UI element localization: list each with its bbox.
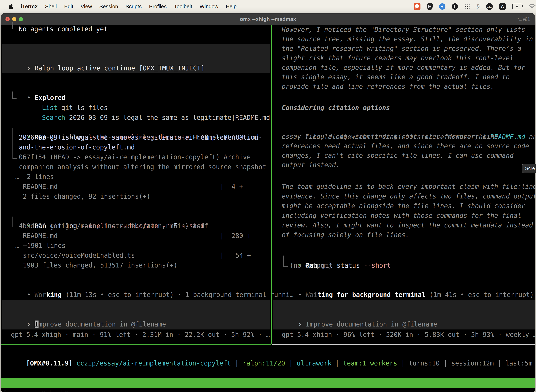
apple-menu-icon[interactable] [9, 4, 13, 9]
git-show-arg-cont2: and-the-erosion-of-copyleft.md [19, 142, 135, 152]
right-model-status-line: gpt-5.4 xhigh · 96% left · 520K in · 5.8… [282, 330, 535, 340]
iterm2-window: omx --xhigh --madmax ⌥⌘1 No agents compl… [1, 13, 535, 392]
tree-corner [12, 92, 17, 99]
right-prompt-line: › Improve documentation in @filename [275, 310, 437, 319]
explored-list-line: List git ls-files [19, 93, 108, 103]
omx-team: team:1 workers [343, 359, 397, 367]
reasoning-paragraph-line: essay file, along with finding root file… [282, 132, 498, 142]
bullet-icon: • [298, 291, 306, 299]
agents-note-line: No agents completed yet [19, 24, 108, 34]
blue-badge-icon[interactable] [439, 3, 445, 10]
git-show-command-line: • Ran git show --stat --oneline --decora… [4, 123, 259, 132]
reasoning-paragraph-line: review. Also, I might want to inspect th… [282, 220, 533, 230]
tree-corner [283, 256, 288, 267]
working-status-line: • Working (11m 13s • esc to interrupt) ·… [4, 280, 293, 290]
omx-status-line: [OMX#0.11.9] cczip/essay/ai-reimplementa… [3, 349, 535, 359]
terminal-screen: No agents completed yet › Ralph loop act… [1, 25, 535, 392]
tree-corner [13, 217, 17, 227]
menu-app-name[interactable]: iTerm2 [21, 4, 38, 9]
git-log-summary-line: 1903 files changed, 513517 insertions(+) [23, 261, 177, 270]
menu-item-window[interactable]: Window [200, 4, 218, 9]
git-log-stat-line: README.md | 280 + [23, 231, 251, 241]
tmux-session-name: [omx-cczip0:bash* [3, 388, 69, 392]
git-status-command-line: • Ran git status --short [275, 251, 391, 261]
reasoning-paragraph-line: the source tree, missing the essay. Stil… [282, 34, 533, 44]
tree-corner [12, 22, 17, 29]
shield-grid-icon[interactable] [427, 3, 433, 10]
omx-mode: ultrawork [297, 359, 331, 367]
menu-item-edit[interactable]: Edit [64, 4, 73, 9]
reasoning-paragraph-line: evidence. Since this change only affects… [282, 191, 535, 201]
waiting-status-line: • Waiting for background terminal (1m 41… [275, 280, 534, 290]
chat-app-icon[interactable] [414, 3, 421, 10]
menu-item-help[interactable]: Help [226, 4, 237, 9]
window-titlebar: omx --xhigh --madmax ⌥⌘1 [1, 13, 535, 25]
reasoning-paragraph-line: changes, I can't cite specific file line… [282, 151, 514, 160]
battery-percent-icon[interactable]: ..61 [486, 3, 493, 10]
text-cursor: I [35, 321, 38, 328]
git-log-stat-line: src/voice/voiceModeEnabled.ts | 54 + [23, 251, 251, 261]
battery-icon[interactable] [512, 4, 522, 9]
reasoning-paragraph-line: might be acceptable alongside the file l… [282, 201, 525, 211]
reasoning-paragraph-line: companion file, especially if more comme… [282, 63, 525, 73]
left-model-status-line: gpt-5.4 xhigh · main · 91% left · 2.31M … [11, 330, 270, 340]
reasoning-heading: Considering citation options [282, 103, 390, 113]
reasoning-paragraph-line: this single essay, it seems like a good … [282, 72, 510, 82]
git-show-arg-cont1: 2026-03-09-is-legal-the-same-as-legitima… [19, 133, 262, 142]
window-title: omx --xhigh --madmax [1, 13, 535, 25]
git-show-output-line: companion analysis without altering the … [19, 162, 266, 172]
macos-menu-bar: iTerm2 Shell Edit View Session Scripts P… [0, 0, 536, 13]
reasoning-paragraph-line: I could cite commit statistics or refere… [282, 122, 535, 132]
inactive-pane-border [273, 344, 535, 345]
active-pane-border [1, 344, 271, 345]
reasoning-paragraph-line: The team guideline is to back every impo… [282, 182, 535, 191]
reasoning-paragraph-line: provide file and line references from th… [282, 82, 494, 92]
a-key-icon[interactable]: A [499, 3, 506, 10]
prompt-chevron: › [27, 321, 35, 328]
prompt-chevron: › [298, 321, 306, 328]
menu-item-toolbelt[interactable]: Toolbelt [174, 4, 192, 9]
git-show-more-line: … +2 lines [15, 172, 54, 182]
reasoning-paragraph-line: slight risk that future readers may over… [282, 53, 514, 63]
dark-crescent-icon[interactable] [452, 3, 458, 10]
pane-divider[interactable] [271, 25, 273, 344]
left-prompt-line: › Improve documentation in @filename [4, 310, 166, 319]
screen-share-overlay-button[interactable]: Scre [522, 164, 536, 173]
reasoning-paragraph-line: including verification notes with those … [282, 211, 521, 221]
s-curve-icon[interactable]: § [477, 3, 480, 10]
git-show-output-line: 067f154 (HEAD -> essay/ai-reimplementati… [19, 152, 251, 162]
git-log-command-line: • Ran git log --oneline --decorate -n 5 … [4, 211, 205, 221]
omx-session-stats: | turns:10 | session:12m | last:5m ago [397, 359, 535, 367]
menu-item-profiles[interactable]: Profiles [149, 4, 167, 9]
dots-grid-icon[interactable] [464, 4, 470, 9]
git-log-output-line: 4b9d30f (origin/main, instructkr/main, m… [19, 221, 208, 231]
menubar-status-icons: § ..61 A [414, 3, 536, 10]
reasoning-paragraph-line: of focusing solely on file lines. [282, 230, 409, 240]
omx-version: [OMX#0.11.9] [26, 359, 77, 367]
tmux-status-bar: [omx-cczip0:bash* "MacBook-Pro-44.local"… [1, 378, 535, 388]
reasoning-paragraph-line: the "Related research writing" section i… [282, 44, 521, 54]
prompt-chevron: › [27, 65, 35, 72]
git-show-stat-line: README.md | 4 + [23, 182, 243, 191]
reasoning-paragraph-line: However, I noticed the "Directory Struct… [282, 25, 525, 35]
menu-item-view[interactable]: View [81, 4, 92, 9]
tree-corner [13, 128, 17, 159]
window-shortcut-badge: ⌥⌘1 [516, 13, 530, 25]
wifi-icon[interactable] [529, 4, 533, 9]
omx-worktree-path: cczip/essay/ai-reimplementation-copyleft [77, 359, 231, 367]
menu-item-session[interactable]: Session [99, 4, 118, 9]
menu-item-scripts[interactable]: Scripts [125, 4, 142, 9]
bullet-icon: • [27, 291, 35, 299]
git-log-more-line: … +1901 lines [15, 241, 66, 251]
reasoning-paragraph-line: output instead. [282, 160, 340, 170]
git-status-output-line: (no output) [290, 261, 332, 271]
omx-ralph-counter: ralph:11/20 [243, 359, 285, 367]
explored-search-line: Search 2026-03-09-is-legal-the-same-as-l… [19, 103, 270, 113]
menu-item-shell[interactable]: Shell [45, 4, 57, 9]
git-show-summary-line: 2 files changed, 92 insertions(+) [23, 191, 150, 201]
inject-message-line: › Ralph loop active continue [OMX_TMUX_I… [4, 54, 205, 63]
reasoning-paragraph-line: references need actual files, and since … [282, 141, 529, 151]
